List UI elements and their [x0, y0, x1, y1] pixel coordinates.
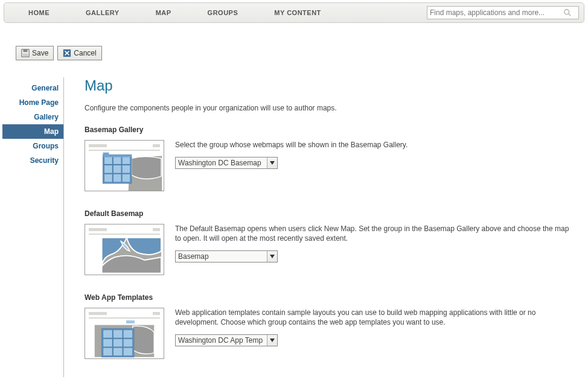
section-web-app-templates: Web App Templates	[85, 293, 570, 359]
nav-gallery[interactable]: GALLERY	[68, 9, 138, 16]
nav-map[interactable]: MAP	[138, 9, 190, 16]
sidebar-item-home-page[interactable]: Home Page	[2, 95, 63, 110]
save-button[interactable]: Save	[16, 46, 54, 60]
dropdown-value: Basemap	[176, 251, 267, 262]
page-intro: Configure the components people in your …	[85, 104, 570, 112]
section-desc: Web application templates contain sample…	[175, 308, 570, 327]
svg-rect-28	[113, 348, 123, 356]
svg-rect-21	[103, 329, 113, 338]
cancel-label: Cancel	[74, 49, 96, 57]
top-nav: HOME GALLERY MAP GROUPS MY CONTENT	[4, 2, 584, 23]
dropdown-value: Washington DC App Temp	[176, 335, 267, 346]
chevron-down-icon	[267, 161, 277, 165]
svg-line-1	[569, 14, 571, 16]
default-basemap-dropdown[interactable]: Basemap	[175, 250, 278, 262]
svg-rect-16	[113, 174, 121, 182]
web-app-templates-dropdown[interactable]: Washington DC App Temp	[175, 334, 278, 346]
svg-rect-15	[104, 174, 113, 182]
svg-rect-26	[123, 339, 133, 347]
sidebar-item-map[interactable]: Map	[2, 124, 63, 139]
section-title: Web App Templates	[85, 293, 570, 302]
svg-rect-23	[123, 329, 133, 338]
search-icon[interactable]	[563, 8, 572, 17]
cancel-button[interactable]: Cancel	[57, 46, 101, 60]
section-desc: The Default Basemap opens when users cli…	[175, 224, 570, 243]
svg-rect-29	[123, 348, 133, 356]
svg-rect-3	[24, 49, 28, 52]
cancel-icon	[63, 49, 71, 57]
page-title: Map	[85, 77, 570, 94]
action-bar: Save Cancel	[16, 46, 588, 60]
svg-point-0	[564, 10, 569, 14]
nav-my-content[interactable]: MY CONTENT	[256, 9, 339, 16]
svg-rect-27	[103, 348, 113, 356]
svg-rect-14	[122, 165, 130, 173]
svg-rect-24	[103, 339, 113, 347]
section-title: Default Basemap	[85, 209, 570, 218]
svg-rect-4	[23, 54, 28, 56]
svg-rect-9	[104, 156, 113, 165]
section-title: Basemap Gallery	[85, 126, 570, 134]
svg-rect-11	[122, 156, 130, 165]
sidebar-item-general[interactable]: General	[2, 81, 63, 95]
section-default-basemap: Default Basemap The Default Basemap	[85, 209, 570, 275]
nav-home[interactable]: HOME	[10, 9, 68, 16]
svg-rect-17	[122, 174, 130, 182]
nav-groups[interactable]: GROUPS	[190, 9, 257, 16]
content-area: Map Configure the components people in y…	[64, 77, 588, 377]
chevron-down-icon	[267, 255, 277, 258]
search-input[interactable]	[427, 7, 563, 18]
svg-rect-25	[113, 339, 123, 347]
web-app-templates-thumbnail	[85, 308, 164, 359]
sidebar-item-groups[interactable]: Groups	[2, 139, 63, 153]
sidebar-item-security[interactable]: Security	[2, 153, 63, 168]
chevron-down-icon	[267, 339, 277, 342]
svg-rect-13	[113, 165, 121, 173]
svg-rect-10	[113, 156, 121, 165]
sidebar: General Home Page Gallery Map Groups Sec…	[2, 77, 64, 377]
svg-rect-12	[104, 165, 113, 173]
save-icon	[21, 49, 30, 57]
default-basemap-thumbnail	[85, 224, 164, 275]
svg-rect-22	[113, 329, 123, 338]
sidebar-item-gallery[interactable]: Gallery	[2, 110, 63, 124]
basemap-gallery-thumbnail	[85, 140, 164, 191]
basemap-gallery-dropdown[interactable]: Washington DC Basemap	[175, 157, 278, 169]
section-basemap-gallery: Basemap Gallery	[85, 126, 570, 191]
save-label: Save	[32, 49, 48, 57]
section-desc: Select the group whose webmaps will be s…	[175, 140, 570, 150]
dropdown-value: Washington DC Basemap	[176, 157, 267, 168]
search-wrapper	[427, 6, 579, 19]
